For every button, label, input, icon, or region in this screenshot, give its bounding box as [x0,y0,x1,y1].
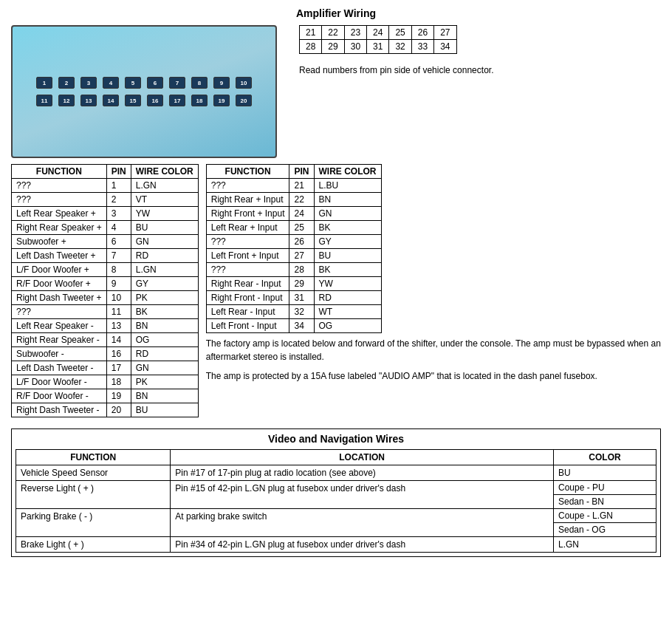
pin-9: 9 [213,77,230,89]
video-color-2-0: Coupe - L.GN [554,509,656,523]
video-color-3: L.GN [553,537,656,553]
right-row-9: Left Rear - Input32WT [206,305,381,319]
pin-cell-29: 29 [322,40,344,54]
video-function-2: Parking Brake ( - ) [16,509,171,537]
right-row-8: Right Front - Input31RD [206,291,381,305]
left-cell-15-1: 19 [106,389,131,403]
left-cell-3-2: BU [131,221,198,235]
video-table: FUNCTION LOCATION COLOR Vehicle Speed Se… [16,449,656,553]
pin-cell-28: 28 [300,40,322,54]
pin-cell-21: 21 [300,26,322,40]
conn-row-top: 1 2 3 4 5 6 7 8 9 10 [36,77,252,89]
right-col-wire-color: WIRE COLOR [314,165,381,179]
left-cell-2-2: YW [131,207,198,221]
left-cell-11-0: Right Rear Speaker - [12,333,107,347]
left-cell-14-2: PK [131,375,198,389]
left-cell-8-1: 10 [106,291,131,305]
video-location-2: At parking brake switch [171,509,554,537]
pin-18: 18 [191,95,208,106]
left-cell-1-2: VT [131,193,198,207]
video-function-0: Vehicle Speed Sensor [16,465,171,481]
left-cell-11-2: OG [131,333,198,347]
pin-1: 1 [36,77,52,89]
left-cell-7-2: GY [131,277,198,291]
left-cell-5-1: 7 [106,249,131,263]
left-cell-0-1: 1 [106,179,131,193]
right-cell-8-1: 31 [289,291,314,305]
right-cell-2-0: Right Front + Input [206,207,289,221]
right-cell-3-1: 25 [289,221,314,235]
left-cell-12-1: 16 [106,347,131,361]
right-cell-9-0: Left Rear - Input [206,305,289,319]
pin-cell-31: 31 [367,40,389,54]
pin-cell-27: 27 [434,26,456,40]
left-cell-4-2: GN [131,235,198,249]
connector-diagram: 1 2 3 4 5 6 7 8 9 10 11 12 13 14 15 [11,25,277,158]
video-row-2: Parking Brake ( - )At parking brake swit… [16,509,656,537]
page: Amplifier Wiring 1 2 3 4 5 6 7 8 9 10 11 [0,0,672,564]
right-cell-5-0: Left Front + Input [206,249,289,263]
pin-2: 2 [58,77,75,89]
video-title: Video and Navigation Wires [16,433,656,445]
right-row-4: ???26GY [206,235,381,249]
left-table-container: FUNCTIONPINWIRE COLOR ???1L.GN???2VTLeft… [11,164,199,417]
left-cell-5-0: Left Dash Tweeter + [12,249,107,263]
pin-10: 10 [236,77,252,89]
right-cell-6-2: BK [314,263,381,277]
left-row-11: Right Rear Speaker -14OG [12,333,199,347]
right-cell-1-2: BN [314,193,381,207]
right-cell-10-0: Left Front - Input [206,319,289,333]
right-cell-4-1: 26 [289,235,314,249]
left-row-12: Subwoofer -16RD [12,347,199,361]
right-cell-4-2: GY [314,235,381,249]
video-col-function: FUNCTION [16,450,171,465]
pin-8: 8 [191,77,208,89]
right-cell-9-1: 32 [289,305,314,319]
connector-note: Read numbers from pin side of vehicle co… [299,65,493,75]
main-tables: FUNCTIONPINWIRE COLOR ???1L.GN???2VTLeft… [11,164,661,417]
left-row-8: Right Dash Tweeter +10PK [12,291,199,305]
video-row-3: Brake Light ( + )Pin #34 of 42-pin L.GN … [16,537,656,553]
right-row-1: Right Rear + Input22BN [206,193,381,207]
right-cell-1-1: 22 [289,193,314,207]
pin-17: 17 [169,95,185,106]
pin-cell-33: 33 [411,40,433,54]
left-cell-9-0: ??? [12,305,107,319]
right-info: 2122232425262728293031323334 Read number… [277,25,661,75]
video-col-color: COLOR [553,450,656,465]
video-location-1: Pin #15 of 42-pin L.GN plug at fusebox u… [171,481,554,509]
video-color-1-1: Sedan - BN [554,495,656,508]
note-0: The factory amp is located below and for… [206,337,661,363]
conn-row-bottom: 11 12 13 14 15 16 17 18 19 20 [36,95,252,106]
pin-5: 5 [125,77,141,89]
right-cell-8-2: RD [314,291,381,305]
pin-14: 14 [103,95,119,106]
left-cell-15-2: BN [131,389,198,403]
left-row-5: Left Dash Tweeter +7RD [12,249,199,263]
left-cell-5-2: RD [131,249,198,263]
left-cell-12-0: Subwoofer - [12,347,107,361]
left-cell-4-0: Subwoofer + [12,235,107,249]
left-cell-7-1: 9 [106,277,131,291]
left-cell-0-0: ??? [12,179,107,193]
pin-11: 11 [36,95,52,106]
right-cell-5-2: BU [314,249,381,263]
video-location-0: Pin #17 of 17-pin plug at radio location… [171,465,554,481]
right-cell-10-1: 34 [289,319,314,333]
pin-4: 4 [103,77,119,89]
left-cell-16-0: Right Dash Tweeter - [12,403,107,417]
left-cell-3-1: 4 [106,221,131,235]
right-cell-10-2: OG [314,319,381,333]
left-cell-4-1: 6 [106,235,131,249]
right-cell-6-0: ??? [206,263,289,277]
left-row-1: ???2VT [12,193,199,207]
right-cell-0-1: 21 [289,179,314,193]
left-col-pin: PIN [106,165,131,179]
left-cell-1-0: ??? [12,193,107,207]
video-color-2: Coupe - L.GNSedan - OG [553,509,656,537]
right-cell-4-0: ??? [206,235,289,249]
right-cell-7-0: Right Rear - Input [206,277,289,291]
left-cell-13-1: 17 [106,361,131,375]
right-row-2: Right Front + Input24GN [206,207,381,221]
video-function-1: Reverse Light ( + ) [16,481,171,509]
